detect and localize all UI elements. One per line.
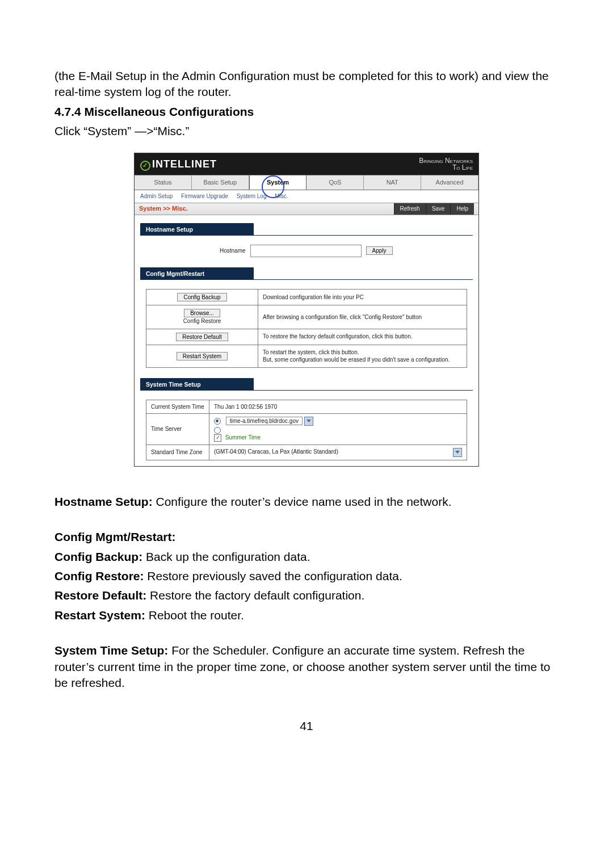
desc-backup: Config Backup: Back up the configuration… (54, 549, 559, 565)
summer-time-label: Summer Time (225, 434, 261, 441)
time-server-label: Time Server (146, 414, 209, 445)
current-time-value: Thu Jan 1 00:02:56 1970 (209, 400, 467, 414)
browse-button[interactable]: Browse... (184, 309, 220, 317)
table-row: Browse... Config Restore After browsing … (146, 305, 467, 329)
summer-time-checkbox[interactable]: ✓ (214, 434, 221, 442)
document-page: (the E-Mail Setup in the Admin Configura… (0, 0, 613, 868)
hostname-label: Hostname (220, 247, 246, 255)
time-server-radio-1[interactable] (214, 418, 221, 425)
desc-hostname: Hostname Setup: Configure the router’s d… (54, 494, 559, 510)
tab-basic-setup[interactable]: Basic Setup (192, 175, 249, 190)
intro-paragraph: (the E-Mail Setup in the Admin Configura… (54, 68, 559, 100)
brand-text: INTELLINET (152, 158, 217, 170)
config-backup-desc: Download configuration file into your PC (258, 290, 467, 305)
check-icon: ✓ (140, 161, 150, 171)
restore-default-button[interactable]: Restore Default (176, 333, 228, 341)
panel-config-header: Config Mgmt/Restart (140, 267, 254, 280)
hostname-row: Hostname Apply (220, 245, 473, 257)
tab-status[interactable]: Status (135, 175, 192, 190)
restart-system-button[interactable]: Restart System (177, 352, 228, 360)
refresh-button[interactable]: Refresh (394, 203, 426, 215)
current-time-label: Current System Time (146, 400, 209, 414)
restore-default-desc: To restore the factory default configura… (258, 329, 467, 345)
breadcrumb-row: System >> Misc. Refresh Save Help (135, 203, 478, 215)
subnav-system-log[interactable]: System Log (237, 193, 267, 199)
instruction-line: Click “System” —>“Misc.” (54, 123, 559, 139)
config-table: Config Backup Download configuration fil… (146, 289, 467, 368)
desc-default: Restore Default: Restore the factory def… (54, 588, 559, 603)
table-row: Standard Time Zone (GMT-04:00) Caracas, … (146, 445, 467, 460)
desc-restore: Config Restore: Restore previously saved… (54, 568, 559, 584)
screenshot-body: Hostname Setup Hostname Apply Config Mgm… (135, 220, 478, 466)
tab-advanced[interactable]: Advanced (421, 175, 478, 190)
banner: ✓INTELLINET Bringing NetworksTo Life (135, 153, 478, 175)
help-button[interactable]: Help (450, 203, 474, 215)
table-row: Restore Default To restore the factory d… (146, 329, 467, 345)
desc-restart: Restart System: Reboot the router. (54, 607, 559, 623)
subnav-admin-setup[interactable]: Admin Setup (140, 193, 173, 199)
time-server-dropdown[interactable] (304, 417, 313, 426)
restart-system-desc: To restart the system, click this button… (258, 345, 467, 367)
sub-nav: Admin Setup Firmware Upgrade System Log … (135, 190, 478, 203)
time-server-value: time-a.timefreq.bldrdoc.gov (226, 417, 303, 425)
time-table: Current System Time Thu Jan 1 00:02:56 1… (146, 400, 467, 460)
config-backup-button[interactable]: Config Backup (177, 293, 226, 301)
hostname-input[interactable] (250, 245, 362, 257)
table-row: Restart System To restart the system, cl… (146, 345, 467, 367)
table-row: Config Backup Download configuration fil… (146, 290, 467, 305)
desc-time: System Time Setup: For the Scheduler. Co… (54, 643, 559, 691)
panel-time-header: System Time Setup (140, 378, 254, 391)
apply-button[interactable]: Apply (366, 246, 393, 255)
panel-hostname-header: Hostname Setup (140, 223, 254, 236)
brand-tagline: Bringing NetworksTo Life (419, 157, 473, 171)
router-screenshot: ✓INTELLINET Bringing NetworksTo Life Sta… (134, 153, 479, 466)
timezone-dropdown[interactable] (453, 448, 462, 457)
section-heading: 4.7.4 Miscellaneous Configurations (54, 104, 559, 120)
action-buttons: Refresh Save Help (394, 203, 474, 215)
timezone-value: (GMT-04:00) Caracas, La Pax (Atlantic St… (214, 448, 338, 455)
tab-nat[interactable]: NAT (364, 175, 421, 190)
table-row: Time Server time-a.timefreq.bldrdoc.gov … (146, 414, 467, 445)
subnav-firmware-upgrade[interactable]: Firmware Upgrade (181, 193, 228, 199)
timezone-label: Standard Time Zone (146, 445, 209, 460)
page-number: 41 (54, 718, 559, 734)
time-server-radio-2[interactable] (214, 427, 221, 434)
desc-config-head: Config Mgmt/Restart: (54, 529, 559, 545)
main-tabs: Status Basic Setup System QoS NAT Advanc… (135, 175, 478, 190)
config-restore-label: Config Restore (183, 318, 221, 324)
config-restore-desc: After browsing a configuration file, cli… (258, 305, 467, 329)
brand-logo: ✓INTELLINET (140, 157, 217, 171)
table-row: Current System Time Thu Jan 1 00:02:56 1… (146, 400, 467, 414)
save-button[interactable]: Save (426, 203, 451, 215)
tab-qos[interactable]: QoS (306, 175, 364, 190)
breadcrumb: System >> Misc. (139, 204, 188, 213)
